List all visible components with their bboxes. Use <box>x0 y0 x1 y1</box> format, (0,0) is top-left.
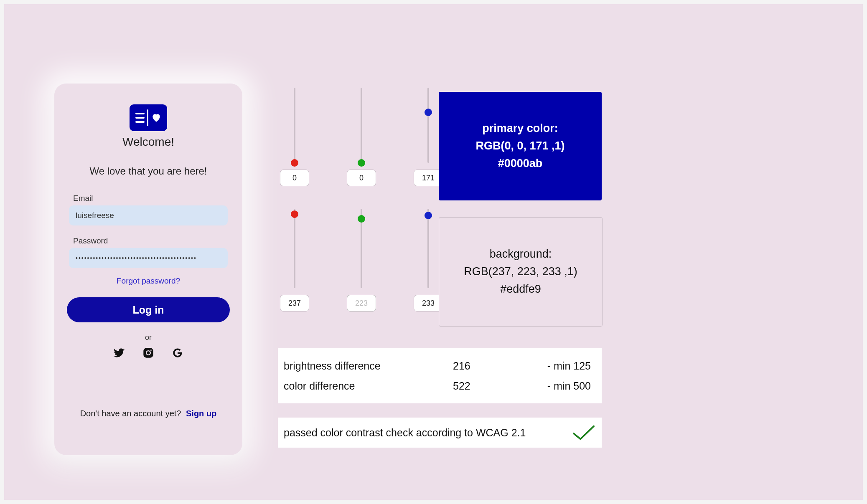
swatch-rgb: RGB(237, 223, 233 ,1) <box>464 263 577 281</box>
email-label: Email <box>73 194 226 203</box>
forgot-password-link[interactable]: Forgot password? <box>54 276 242 286</box>
signup-prompt: Don't have an account yet? <box>80 409 181 418</box>
primary-red-value[interactable] <box>280 170 309 186</box>
password-label: Password <box>73 236 226 246</box>
twitter-icon[interactable] <box>113 347 125 359</box>
social-login-row <box>54 347 242 359</box>
bg-green-slider <box>347 209 376 312</box>
colordiff-label: color difference <box>284 380 453 392</box>
slider-track[interactable] <box>294 88 295 163</box>
brightness-label: brightness difference <box>284 360 453 372</box>
slider-track[interactable] <box>427 88 429 163</box>
bg-red-value[interactable] <box>280 295 309 312</box>
bg-red-slider <box>280 209 309 312</box>
brightness-min: - min 125 <box>528 360 591 372</box>
svg-rect-0 <box>143 348 153 357</box>
heart-icon <box>151 112 162 123</box>
slider-thumb-blue[interactable] <box>425 109 432 116</box>
contrast-passed-banner: passed color contrast check according to… <box>278 418 602 448</box>
slider-thumb-green[interactable] <box>358 215 365 223</box>
password-field[interactable] <box>69 248 228 268</box>
slider-track[interactable] <box>361 88 362 163</box>
slider-track[interactable] <box>294 209 295 288</box>
contrast-results: brightness difference 216 - min 125 colo… <box>278 348 602 403</box>
app-logo <box>130 104 167 131</box>
primary-red-slider <box>280 88 309 186</box>
passed-text: passed color contrast check according to… <box>284 427 526 439</box>
primary-color-sliders <box>280 88 443 186</box>
colordiff-row: color difference 522 - min 500 <box>284 376 591 396</box>
background-color-sliders <box>280 209 443 312</box>
or-divider: or <box>54 333 242 342</box>
bg-green-value[interactable] <box>347 295 376 312</box>
brightness-row: brightness difference 216 - min 125 <box>284 356 591 376</box>
slider-thumb-red[interactable] <box>291 159 298 167</box>
google-icon[interactable] <box>172 347 183 359</box>
swatch-rgb: RGB(0, 0, 171 ,1) <box>475 137 564 155</box>
logo-lines-icon <box>135 113 145 123</box>
slider-track[interactable] <box>427 209 429 288</box>
signup-row: Don't have an account yet? Sign up <box>54 409 242 418</box>
swatch-title: primary color: <box>482 120 558 137</box>
background-color-swatch: background: RGB(237, 223, 233 ,1) #eddfe… <box>439 217 603 327</box>
login-card: Welcome! We love that you are here! Emai… <box>54 84 242 455</box>
colordiff-value: 522 <box>453 380 528 392</box>
welcome-heading: Welcome! <box>54 135 242 149</box>
primary-green-value[interactable] <box>347 170 376 186</box>
app-canvas: Welcome! We love that you are here! Emai… <box>4 4 863 500</box>
instagram-icon[interactable] <box>142 347 154 359</box>
checkmark-icon <box>572 424 596 441</box>
brightness-value: 216 <box>453 360 528 372</box>
email-field[interactable] <box>69 205 228 225</box>
slider-thumb-blue[interactable] <box>425 212 432 219</box>
primary-color-swatch: primary color: RGB(0, 0, 171 ,1) #0000ab <box>439 92 602 200</box>
subheading: We love that you are here! <box>54 165 242 177</box>
svg-point-2 <box>150 350 152 351</box>
primary-green-slider <box>347 88 376 186</box>
swatch-hex: #0000ab <box>498 155 543 172</box>
swatch-hex: #eddfe9 <box>500 281 541 298</box>
slider-thumb-red[interactable] <box>291 210 298 218</box>
signup-link[interactable]: Sign up <box>186 409 216 418</box>
logo-divider-icon <box>147 109 148 126</box>
colordiff-min: - min 500 <box>528 380 591 392</box>
swatch-title: background: <box>490 246 552 263</box>
slider-track[interactable] <box>361 209 362 288</box>
slider-thumb-green[interactable] <box>358 159 365 167</box>
login-button[interactable]: Log in <box>67 297 230 322</box>
